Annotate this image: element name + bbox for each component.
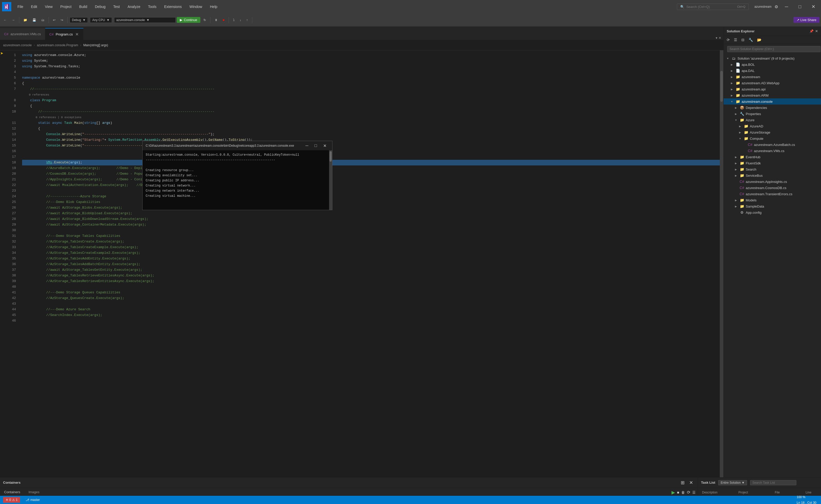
close-se-icon[interactable]: ✕ [815,29,818,33]
settings-icon[interactable]: ⚙ [775,4,778,9]
platform-selector[interactable]: Any CPU ▼ [90,17,112,23]
se-item-models[interactable]: ▶ 📁 Models [724,197,821,203]
se-collapse-button[interactable]: ⊟ [740,37,746,43]
se-item-eventhub[interactable]: ▶ 📁 EventHub [724,154,821,160]
console-close-button[interactable]: ✕ [321,143,329,149]
close-panel-icon[interactable]: ✕ [719,36,721,40]
se-solution-root[interactable]: ▼ 🗂 Solution 'azurestream' (9 of 9 proje… [724,55,821,61]
filter-icon[interactable]: ☰ [692,490,696,494]
redo-button[interactable]: ↪ [59,17,65,23]
console-maximize-button[interactable]: □ [312,143,320,149]
se-item-search[interactable]: ▶ 📁 Search [724,166,821,172]
menu-help[interactable]: Help [206,3,221,10]
error-indicator[interactable]: ✕ 0 ⚠ 1 [3,497,20,503]
se-item-cosmosdb-cs[interactable]: C# azurestream.CosmosDB.cs [724,185,821,191]
se-item-transienterrors-cs[interactable]: C# azurestream.TransientErrors.cs [724,191,821,197]
forward-button[interactable]: → [10,17,17,23]
menu-tools[interactable]: Tools [144,3,160,10]
se-item-azure-storage[interactable]: ▶ 📁 AzureStorage [724,129,821,135]
continue-button[interactable]: ▶ Continue [177,17,200,23]
code-content[interactable]: using azurestream.console.Azure; using S… [19,50,720,477]
menu-extensions[interactable]: Extensions [161,3,185,10]
editor-scrollbar[interactable] [720,50,723,477]
stop-button[interactable]: ■ [221,17,227,23]
se-item-fluentsdk[interactable]: ▶ 📁 FluentSdk [724,160,821,166]
menu-edit[interactable]: Edit [27,3,41,10]
se-item-appinsights-cs[interactable]: C# azurestream.AppInsights.cs [724,179,821,185]
se-item-dependencies[interactable]: ▶ 📦 Dependencies [724,105,821,111]
delete-icon[interactable]: 🗑 [681,490,685,494]
task-search-input[interactable] [750,480,796,485]
menu-view[interactable]: View [41,3,56,10]
back-button[interactable]: ← [2,17,9,23]
se-sync-button[interactable]: ⟳ [725,37,731,43]
menu-build[interactable]: Build [76,3,91,10]
menu-window[interactable]: Window [186,3,206,10]
menu-test[interactable]: Test [110,3,124,10]
tab-list-icon[interactable]: ▾ [716,36,717,40]
menu-project[interactable]: Project [57,3,75,10]
save-button[interactable]: 💾 [30,17,38,23]
breadcrumb-item-3[interactable]: Main(string[] args) [83,43,108,47]
menu-file[interactable]: File [14,3,27,10]
se-item-ad-webapp[interactable]: ▶ 📁 azurestream.AD.WebApp [724,80,821,86]
startup-project-selector[interactable]: azurestream.console ▼ [114,17,176,23]
step-out-button[interactable]: ↑ [244,17,250,23]
se-item-apa-bol[interactable]: ▶ 📄 apa.BOL [724,61,821,68]
maximize-button[interactable]: □ [795,3,805,11]
open-file-button[interactable]: 📁 [21,17,29,23]
se-item-azure[interactable]: ▼ 📁 Azure [724,117,821,123]
step-into-button[interactable]: ↓ [238,17,243,23]
menu-analyze[interactable]: Analyze [124,3,144,10]
se-item-apa-dal[interactable]: ▶ 📄 apa.DAL [724,68,821,74]
step-over-button[interactable]: ⤵ [231,17,237,23]
se-open-files-button[interactable]: 📂 [755,37,763,43]
breadcrumb-item-2[interactable]: azurestream.console.Program [37,43,78,47]
console-scrollbar[interactable] [329,150,332,210]
tab-program[interactable]: C# Program.cs ✕ [45,28,83,40]
panel-move-button[interactable]: ⊞ [679,479,686,486]
branch-indicator[interactable]: ⎇ master [24,497,41,503]
se-item-azurestream[interactable]: ▶ 📁 azurestream [724,74,821,80]
se-item-console[interactable]: ▼ 📁 azurestream.console [724,98,821,105]
se-item-compute[interactable]: ▼ 📁 Compute [724,135,821,142]
close-button[interactable]: ✕ [808,3,819,11]
se-item-api[interactable]: ▶ 📁 azurestream.api [724,86,821,92]
console-minimize-button[interactable]: ─ [303,143,311,149]
console-scroll-thumb[interactable] [330,151,332,162]
tab-close-button[interactable]: ✕ [75,31,79,37]
save-all-button[interactable]: 🗂 [39,17,46,23]
breadcrumb-item-1[interactable]: azurestream.console [3,43,32,47]
pause-button[interactable]: ⏸ [212,17,220,23]
se-item-sampledata[interactable]: ▶ 📁 SampleData [724,203,821,209]
debug-config-selector[interactable]: Debug ▼ [70,17,88,23]
se-item-azure-batch-cs[interactable]: C# azurestream.AzureBatch.cs [724,142,821,148]
se-item-azure-ad[interactable]: ▶ 📁 AzureAD [724,123,821,129]
se-item-properties[interactable]: ▶ 🔧 Properties [724,111,821,117]
zoom-level[interactable]: 100 % [795,494,818,500]
panel-close-button[interactable]: ✕ [688,479,695,486]
code-editor[interactable]: ➤ 1 2 3 4 5 6 7 8 9 10 11 12 13 14 15 [0,50,723,477]
se-item-arm[interactable]: ▶ 📁 azurestream.ARM [724,92,821,98]
menu-debug[interactable]: Debug [91,3,109,10]
minimize-button[interactable]: ─ [781,3,792,11]
undo-button[interactable]: ↩ [51,17,58,23]
se-search-input[interactable] [727,46,820,52]
restart-button[interactable]: ↻ [201,17,208,23]
se-item-app-config[interactable]: ⚙ App.config [724,209,821,216]
se-item-servicebus[interactable]: ▶ 📁 ServiceBus [724,172,821,179]
search-box[interactable]: 🔍 Ctrl+Q [677,4,749,10]
play-icon[interactable]: ▶ [671,490,675,495]
live-share-button[interactable]: ↗ Live Share [794,17,819,23]
task-filter-selector[interactable]: Entire Solution ▼ [718,480,747,485]
refresh-icon[interactable]: ⟳ [687,490,690,495]
tab-vms[interactable]: C# azurestream.VMs.cs [0,28,45,40]
se-filter-button[interactable]: ☰ [732,37,739,43]
pin-icon[interactable]: 📌 [809,29,814,33]
se-properties-button[interactable]: 🔧 [747,37,754,43]
scrollbar-thumb[interactable] [720,71,723,102]
stop-icon[interactable]: ■ [677,490,679,494]
search-input[interactable] [686,5,735,9]
se-item-vms-cs[interactable]: C# azurestream.VMs.cs [724,148,821,154]
cursor-position[interactable]: Ln 18, Col 30 [795,500,818,504]
